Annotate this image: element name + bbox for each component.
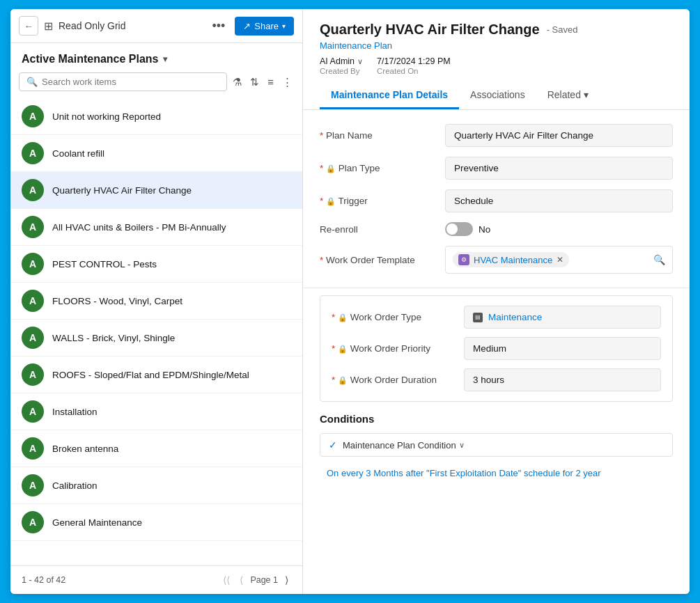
list-footer: 1 - 42 of 42 ⟨⟨ ⟨ Page 1 ⟩ — [10, 565, 302, 594]
avatar: A — [22, 363, 44, 386]
item-name: ROOFS - Sloped/Flat and EPDM/Shingle/Met… — [52, 370, 249, 380]
tab-related[interactable]: Related ▾ — [536, 82, 600, 109]
list-item[interactable]: A Quarterly HVAC Air Filter Change — [10, 172, 302, 209]
created-by-label: Created By — [320, 67, 363, 75]
item-name: Broken antenna — [52, 444, 118, 454]
list-item[interactable]: A All HVAC units & Boilers - PM Bi-Annua… — [10, 209, 302, 246]
list-header-title[interactable]: Active Maintenance Plans ▾ — [22, 53, 167, 65]
avatar: A — [22, 437, 44, 460]
list-item[interactable]: A Unit not working Reported — [10, 98, 302, 135]
created-on-meta: 7/17/2024 1:29 PM Created On — [377, 56, 451, 75]
reenroll-toggle[interactable] — [445, 222, 473, 236]
left-panel: ← ⊞ Read Only Grid ••• ↗ Share ▾ Active … — [10, 9, 303, 594]
required-star7: * — [332, 375, 338, 385]
list-item[interactable]: A FLOORS - Wood, Vinyl, Carpet — [10, 283, 302, 320]
record-meta: AI Admin ∨ Created By 7/17/2024 1:29 PM … — [320, 56, 673, 75]
required-star2: * — [320, 163, 326, 173]
search-actions: ⚗ ⇅ ≡ ⋮ — [231, 75, 294, 90]
list-item[interactable]: A ROOFS - Sloped/Flat and EPDM/Shingle/M… — [10, 357, 302, 393]
condition-row[interactable]: ✓ Maintenance Plan Condition ∨ — [320, 433, 673, 457]
record-header: Quarterly HVAC Air Filter Change - Saved… — [303, 9, 690, 110]
plan-name-value: Quarterly HVAC Air Filter Change — [445, 124, 673, 147]
required-star5: * — [332, 312, 338, 322]
toolbar-more-button[interactable]: ••• — [208, 17, 229, 35]
wo-type-value: ▤ Maintenance — [464, 306, 661, 329]
conditions-title: Conditions — [320, 413, 673, 425]
wo-priority-value: Medium — [464, 337, 661, 360]
toggle-knob — [446, 224, 458, 235]
pagination: ⟨⟨ ⟨ Page 1 ⟩ — [220, 573, 291, 587]
avatar: A — [22, 179, 44, 201]
plan-type-row: * 🔒 Plan Type Preventive — [320, 157, 673, 180]
page-label: Page 1 — [250, 575, 278, 585]
list-item[interactable]: A Broken antenna — [10, 430, 302, 467]
lock-icon5: 🔒 — [338, 376, 348, 384]
list-item[interactable]: A General Maintenance — [10, 504, 302, 541]
list-header: Active Maintenance Plans ▾ — [10, 43, 302, 72]
trigger-row: * 🔒 Trigger Schedule — [320, 189, 673, 212]
related-chevron-icon: ▾ — [584, 89, 589, 100]
search-bar: 🔍 ⚗ ⇅ ≡ ⋮ — [10, 72, 302, 98]
created-by-meta: AI Admin ∨ Created By — [320, 56, 363, 75]
back-icon: ← — [24, 21, 33, 31]
list-item[interactable]: A Coolant refill — [10, 135, 302, 172]
plan-type-label: * 🔒 Plan Type — [320, 163, 438, 173]
created-on-value: 7/17/2024 1:29 PM — [377, 56, 451, 66]
required-star6: * — [332, 343, 338, 354]
created-by-value: AI Admin ∨ — [320, 56, 363, 66]
reenroll-label: Re-enroll — [320, 224, 438, 235]
wo-template-search-icon[interactable]: 🔍 — [653, 254, 665, 265]
share-chevron-icon: ▾ — [282, 22, 286, 30]
chip-remove-button[interactable]: ✕ — [557, 255, 563, 265]
share-label: Share — [254, 21, 279, 31]
meta-chevron-icon[interactable]: ∨ — [357, 57, 363, 66]
item-name: General Maintenance — [52, 517, 142, 528]
wo-template-chip: ⚙ HVAC Maintenance ✕ — [453, 252, 569, 267]
next-page-button[interactable]: ⟩ — [282, 573, 291, 587]
list-item[interactable]: A PEST CONTROL - Pests — [10, 246, 302, 283]
search-input-wrap[interactable]: 🔍 — [19, 72, 227, 91]
wo-priority-label: * 🔒 Work Order Priority — [332, 343, 457, 354]
condition-detail: On every 3 Months after "First Exploitat… — [320, 462, 673, 478]
record-tabs: Maintenance Plan Details Associations Re… — [320, 82, 673, 109]
list-item[interactable]: A Installation — [10, 393, 302, 430]
more-button[interactable]: ⋮ — [281, 75, 294, 90]
tab-associations[interactable]: Associations — [459, 82, 536, 109]
list-item[interactable]: A Calibration — [10, 467, 302, 504]
avatar: A — [22, 105, 44, 127]
wo-template-value[interactable]: ⚙ HVAC Maintenance ✕ 🔍 — [445, 246, 673, 274]
avatar: A — [22, 142, 44, 164]
search-input[interactable] — [42, 77, 219, 87]
plan-type-value: Preventive — [445, 157, 673, 180]
view-button[interactable]: ≡ — [266, 75, 275, 89]
item-name: Installation — [52, 407, 98, 417]
back-button[interactable]: ← — [19, 16, 38, 36]
toolbar: ← ⊞ Read Only Grid ••• ↗ Share ▾ — [10, 9, 302, 43]
list-title-chevron-icon: ▾ — [163, 54, 167, 64]
avatar: A — [22, 474, 44, 496]
reenroll-value: No — [479, 224, 490, 235]
wo-type-link[interactable]: Maintenance — [488, 312, 542, 322]
list-item[interactable]: A WALLS - Brick, Vinyl, Shingle — [10, 320, 302, 357]
chip-text: HVAC Maintenance — [474, 255, 552, 265]
share-icon: ↗ — [243, 21, 251, 31]
tab-maintenance-plan-details[interactable]: Maintenance Plan Details — [320, 82, 459, 109]
record-count: 1 - 42 of 42 — [22, 575, 65, 585]
lock-icon4: 🔒 — [338, 345, 348, 353]
share-button[interactable]: ↗ Share ▾ — [235, 17, 294, 36]
item-name: PEST CONTROL - Pests — [52, 259, 157, 269]
avatar: A — [22, 290, 44, 312]
filter-button[interactable]: ⚗ — [231, 75, 243, 90]
reenroll-row: Re-enroll No — [320, 222, 673, 236]
search-icon: 🔍 — [26, 77, 38, 87]
first-page-button[interactable]: ⟨⟨ — [220, 573, 233, 587]
right-panel: Quarterly HVAC Air Filter Change - Saved… — [303, 9, 690, 594]
wo-type-icon: ▤ — [473, 313, 483, 322]
prev-page-button[interactable]: ⟨ — [237, 573, 246, 587]
created-on-label: Created On — [377, 67, 451, 75]
wo-duration-row: * 🔒 Work Order Duration 3 hours — [332, 368, 661, 391]
wo-duration-label: * 🔒 Work Order Duration — [332, 375, 457, 385]
sort-button[interactable]: ⇅ — [249, 75, 260, 90]
condition-chevron-icon: ∨ — [459, 441, 465, 450]
item-name: Unit not working Reported — [52, 111, 161, 122]
